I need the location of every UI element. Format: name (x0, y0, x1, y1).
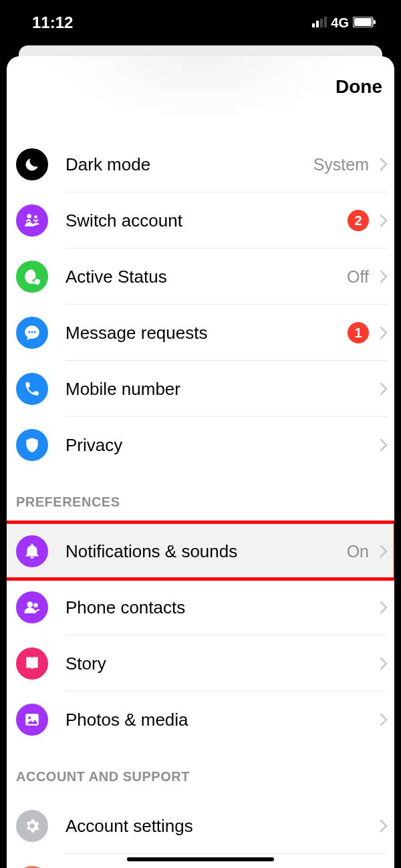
done-button[interactable]: Done (336, 76, 382, 98)
section-title-support: ACCOUNT AND SUPPORT (7, 748, 394, 798)
row-label: Account settings (65, 816, 380, 837)
image-icon (16, 704, 48, 736)
shield-icon (16, 429, 48, 461)
svg-rect-2 (320, 19, 323, 27)
row-label: Photos & media (65, 710, 380, 730)
row-story[interactable]: Story (7, 635, 394, 692)
home-indicator (127, 857, 274, 861)
svg-rect-3 (324, 17, 327, 27)
book-icon (16, 647, 48, 680)
row-phone-contacts[interactable]: Phone contacts (7, 579, 394, 635)
row-photos-media[interactable]: Photos & media (7, 692, 394, 748)
row-value: On (347, 542, 369, 561)
chevron-right-icon (380, 657, 388, 670)
row-label: Privacy (65, 435, 380, 456)
settings-sheet: Done Dark modeSystemSwitch account2Activ… (7, 56, 394, 868)
row-mobile-number[interactable]: Mobile number (7, 361, 394, 417)
row-account-settings[interactable]: Account settings (7, 798, 394, 854)
svg-rect-1 (316, 21, 319, 27)
chevron-right-icon (380, 214, 388, 227)
signal-icon (312, 15, 327, 31)
status-bar: 11:12 4G (0, 0, 401, 45)
section-title-preferences: PREFERENCES (7, 473, 394, 523)
bell-icon (16, 535, 48, 567)
chevron-right-icon (380, 601, 388, 614)
row-label: Dark mode (65, 154, 313, 175)
row-active-status[interactable]: Active StatusOff (7, 249, 394, 305)
row-value: System (313, 155, 369, 174)
row-privacy[interactable]: Privacy (7, 417, 394, 473)
row-message-requests[interactable]: Message requests1 (7, 305, 394, 361)
svg-rect-5 (354, 18, 372, 26)
row-dark-mode[interactable]: Dark modeSystem (7, 136, 394, 192)
chevron-right-icon (380, 819, 388, 833)
chevron-right-icon (380, 158, 388, 171)
chevron-right-icon (380, 326, 388, 339)
moon-icon (16, 148, 48, 180)
network-label: 4G (331, 15, 349, 31)
chevron-right-icon (380, 713, 388, 726)
status-time: 11:12 (32, 13, 73, 32)
row-switch-account[interactable]: Switch account2 (7, 192, 394, 249)
row-label: Phone contacts (65, 597, 380, 618)
chat-dots-icon (16, 317, 48, 349)
chevron-right-icon (380, 382, 388, 396)
status-indicators: 4G (312, 15, 376, 31)
row-label: Message requests (65, 323, 348, 343)
row-notifications[interactable]: Notifications & soundsOn (7, 523, 394, 579)
active-icon (16, 261, 48, 293)
battery-icon (353, 15, 376, 31)
sheet-header: Done (7, 56, 394, 116)
badge: 2 (348, 210, 369, 231)
phone-icon (16, 373, 48, 405)
row-label: Story (65, 654, 380, 674)
row-label: Switch account (65, 210, 348, 231)
chevron-right-icon (380, 438, 388, 452)
badge: 1 (348, 322, 369, 343)
svg-rect-0 (312, 23, 315, 27)
row-label: Active Status (65, 267, 347, 287)
row-value: Off (347, 267, 369, 287)
svg-rect-6 (374, 20, 376, 24)
row-label: Mobile number (65, 379, 380, 400)
chevron-right-icon (380, 270, 388, 283)
switch-icon (16, 204, 48, 237)
gear-icon (16, 810, 48, 842)
chevron-right-icon (380, 545, 388, 558)
people-icon (16, 591, 48, 623)
row-label: Notifications & sounds (65, 541, 347, 562)
